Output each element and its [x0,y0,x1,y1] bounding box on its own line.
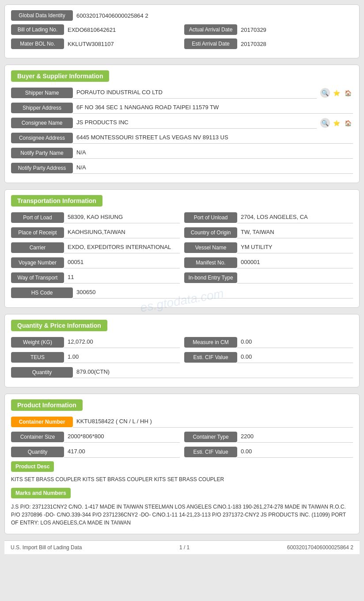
top-card: Global Data Identity 6003201704060000258… [4,4,360,58]
shipper-icons: 🔍 ⭐ 🏠 [320,88,353,98]
marks-numbers-section: Marks and Numbers J.S P/O: 2371231CNY2 C… [11,486,353,528]
port-load-unload-row: Port of Load 58309, KAO HSIUNG Port of U… [11,212,353,223]
product-desc-button[interactable]: Product Desc [11,461,54,472]
quantity-price-card: Quantity & Price Information Weight (KG)… [4,314,360,387]
mater-esti-row: Mater BOL No. KKLUTW3081107 Esti Arrival… [11,38,353,49]
measure-in-cm-value: 0.00 [237,337,353,348]
mater-bol-label: Mater BOL No. [11,38,64,49]
product-esti-cif-label: Esti. CIF Value [184,447,237,457]
voyage-manifest-row: Voyage Number 00051 Manifest No. 000001 [11,257,353,268]
container-size-half: Container Size 2000*806*800 [11,431,180,443]
mater-bol-half: Mater BOL No. KKLUTW3081107 [11,38,180,49]
country-of-origin-label: Country of Origin [184,227,237,238]
marks-numbers-button[interactable]: Marks and Numbers [11,488,71,498]
esti-arrival-value: 20170328 [237,39,353,49]
consignee-address-label: Consignee Address [11,133,73,143]
product-quantity-value: 417.00 [64,446,180,458]
shipper-name-label: Shipper Name [11,88,73,98]
voyage-number-label: Voyage Number [11,257,64,268]
mater-bol-value: KKLUTW3081107 [64,39,180,49]
measure-cm-half: Measure in CM 0.00 [184,337,353,348]
measure-in-cm-label: Measure in CM [184,337,237,348]
product-qty-half: Quantity 417.00 [11,446,180,458]
esti-cif-label: Esti. CIF Value [184,352,237,363]
teus-cif-row: TEUS 1.00 Esti. CIF Value 0.00 [11,352,353,363]
notify-party-name-label: Notify Party Name [11,148,73,158]
product-desc-section: Product Desc KITS SET BRASS COUPLER KITS… [11,461,353,484]
country-of-origin-value: TW, TAIWAN [237,227,353,238]
container-type-value: 2200 [237,431,353,443]
buyer-supplier-card: Buyer & Supplier Information Shipper Nam… [4,65,360,183]
manifest-half: Manifest No. 000001 [184,257,353,268]
manifest-no-label: Manifest No. [184,257,237,268]
port-of-unload-value: 2704, LOS ANGELES, CA [237,212,353,223]
marks-numbers-text: J.S P/O: 2371231CNY2 C/NO. 1-417 MADE IN… [11,501,353,528]
shipper-address-row: Shipper Address 6F NO 364 SEC 1 NANGANG … [11,102,353,114]
in-bond-entry-half: In-bond Entry Type [184,272,353,283]
consignee-name-value: JS PRODUCTS INC [73,117,317,129]
footer-bar: U.S. Import Bill of Lading Data 1 / 1 60… [4,540,360,554]
in-bond-entry-type-value [237,272,353,283]
global-data-value: 600320170406000025864 2 [73,11,353,21]
port-unload-half: Port of Unload 2704, LOS ANGELES, CA [184,212,353,223]
bill-of-lading-value: EXDO6810642621 [64,25,180,35]
product-qty-cif-row: Quantity 417.00 Esti. CIF Value 0.00 [11,446,353,458]
product-info-card: Product Information Container Number KKT… [4,394,360,534]
container-number-row: Container Number KKTU8158422 ( CN / L / … [11,416,353,428]
bill-date-row: Bill of Lading No. EXDO6810642621 Actual… [11,24,353,35]
shipper-address-value: 6F NO 364 SEC 1 NANGANG ROAD TAIPEI 1157… [73,102,353,114]
esti-cif-value: 0.00 [237,352,353,363]
home-icon[interactable]: 🏠 [343,88,353,98]
esti-cif-half: Esti. CIF Value 0.00 [184,352,353,363]
actual-arrival-label: Actual Arrival Date [184,24,237,35]
consignee-star-icon[interactable]: ⭐ [332,118,341,128]
buyer-supplier-header: Buyer & Supplier Information [11,70,109,82]
notify-party-name-row: Notify Party Name N/A [11,147,353,159]
container-size-type-row: Container Size 2000*806*800 Container Ty… [11,431,353,443]
weight-kg-value: 12,072.00 [64,337,180,348]
product-desc-text: KITS SET BRASS COUPLER KITS SET BRASS CO… [11,475,353,484]
shipper-address-label: Shipper Address [11,103,73,113]
consignee-search-icon[interactable]: 🔍 [320,118,330,128]
search-icon[interactable]: 🔍 [320,88,330,98]
hs-code-label: HS Code [11,287,73,298]
transportation-card: Transportation Information Port of Load … [4,189,360,308]
star-icon[interactable]: ⭐ [332,88,341,98]
port-of-load-label: Port of Load [11,212,64,223]
in-bond-entry-type-label: In-bond Entry Type [184,272,237,283]
esti-arrival-half: Esti Arrival Date 20170328 [184,38,353,49]
consignee-address-row: Consignee Address 6445 MONTESSOURI STREE… [11,132,353,144]
esti-arrival-label: Esti Arrival Date [184,38,237,49]
notify-party-address-value: N/A [73,162,353,174]
consignee-address-value: 6445 MONTESSOURI STREET LAS VEGAS NV 891… [73,132,353,144]
manifest-no-value: 000001 [237,257,353,268]
product-quantity-label: Quantity [11,447,64,457]
teus-value: 1.00 [64,352,180,363]
global-data-row: Global Data Identity 6003201704060000258… [11,10,353,21]
quantity-label: Quantity [11,367,73,378]
way-of-transport-half: Way of Transport 11 [11,272,180,283]
teus-half: TEUS 1.00 [11,352,180,363]
actual-arrival-value: 20170329 [237,25,353,35]
carrier-vessel-row: Carrier EXDO, EXPEDITORS INTERNATIONAL V… [11,242,353,253]
vessel-name-half: Vessel Name YM UTILITY [184,242,353,253]
page-wrapper: es.gtodata.com Global Data Identity 6003… [0,0,364,601]
place-receipt-half: Place of Receipt KAOHSIUNG,TAIWAN [11,227,180,238]
consignee-home-icon[interactable]: 🏠 [343,118,353,128]
container-type-half: Container Type 2200 [184,431,353,443]
footer-center: 1 / 1 [179,544,190,551]
bill-of-lading-half: Bill of Lading No. EXDO6810642621 [11,24,180,35]
hs-code-value: 300650 [73,287,353,299]
carrier-value: EXDO, EXPEDITORS INTERNATIONAL [64,242,180,253]
place-of-receipt-label: Place of Receipt [11,227,64,238]
vessel-name-value: YM UTILITY [237,242,353,253]
container-number-button[interactable]: Container Number [11,417,73,427]
carrier-label: Carrier [11,242,64,253]
transportation-header: Transportation Information [11,195,102,207]
port-of-load-value: 58309, KAO HSIUNG [64,212,180,223]
port-of-unload-label: Port of Unload [184,212,237,223]
hs-code-row: HS Code 300650 [11,287,353,299]
carrier-half: Carrier EXDO, EXPEDITORS INTERNATIONAL [11,242,180,253]
place-country-row: Place of Receipt KAOHSIUNG,TAIWAN Countr… [11,227,353,238]
vessel-name-label: Vessel Name [184,242,237,253]
